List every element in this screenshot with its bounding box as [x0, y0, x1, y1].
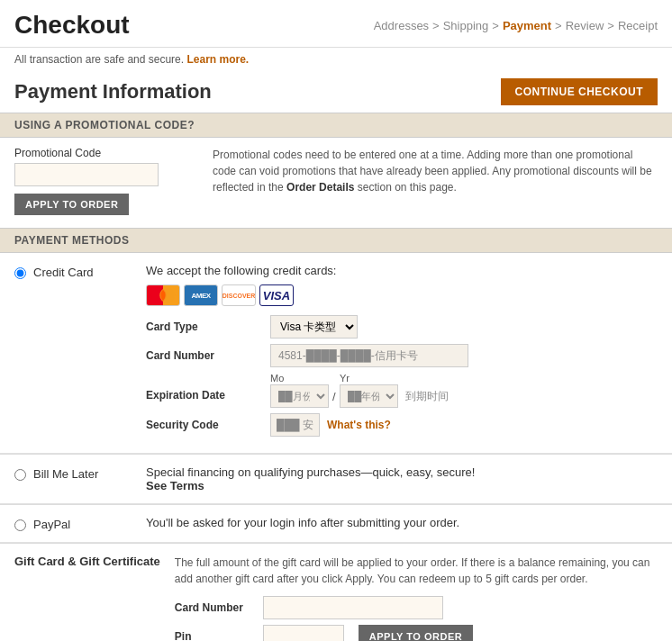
accept-text: We accept the following credit cards: [146, 264, 658, 277]
continue-checkout-top-button[interactable]: CONTINUE CHECKOUT [501, 78, 658, 105]
site-title: Checkout [14, 11, 130, 40]
card-number-input[interactable] [270, 344, 468, 367]
breadcrumb-payment: Payment [503, 19, 551, 32]
whats-this-link[interactable]: What's this? [327, 419, 391, 431]
breadcrumb: Addresses > Shipping > Payment > Review … [374, 19, 658, 32]
promo-code-input[interactable] [14, 163, 159, 186]
card-number-row: Card Number [146, 344, 658, 367]
page-title: Payment Information [14, 80, 212, 104]
promo-description: Promotional codes need to be entered one… [213, 147, 658, 215]
bml-content: Special financing on qualifying purchase… [146, 465, 658, 492]
paypal-radio[interactable] [14, 519, 26, 531]
credit-card-label: Credit Card [33, 266, 93, 279]
expiry-suffix: 到期时间 [405, 389, 449, 404]
giftcard-number-row: Card Number [175, 596, 658, 619]
giftcard-pin-row: Pin APPLY TO ORDER [175, 625, 658, 641]
security-code-label: Security Code [146, 419, 263, 431]
security-bar: All transaction are safe and secure. Lea… [0, 48, 672, 71]
bml-text: Special financing on qualifying purchase… [146, 465, 658, 479]
sep4: > [607, 19, 614, 32]
page-header-row: Payment Information CONTINUE CHECKOUT [0, 71, 672, 113]
expiry-month-select[interactable]: ██月份 [270, 384, 329, 408]
bml-radio[interactable] [14, 469, 26, 481]
bml-radio-group: Bill Me Later [14, 465, 132, 481]
bml-see-terms-link[interactable]: See Terms [146, 479, 204, 492]
card-number-label: Card Number [146, 349, 263, 362]
sep2: > [492, 19, 499, 32]
giftcard-label: Gift Card & Gift Certificate [14, 555, 160, 568]
paypal-text: You'll be asked for your login info afte… [146, 516, 658, 529]
breadcrumb-shipping: Shipping [443, 19, 489, 32]
bml-label: Bill Me Later [33, 467, 98, 481]
mastercard-icon [146, 284, 180, 306]
giftcard-pin-label: Pin [175, 630, 256, 641]
expiry-wrapper: Mo Yr ██月份 / ██年份 到期时间 [270, 373, 449, 408]
discover-icon: DISCOVER [222, 284, 256, 306]
giftcard-apply-button[interactable]: APPLY TO ORDER [359, 625, 473, 641]
card-type-select[interactable]: Visa 卡类型 [270, 315, 358, 339]
security-code-input[interactable] [270, 413, 320, 437]
gift-card-section: Gift Card & Gift Certificate The full am… [0, 543, 672, 641]
card-type-label: Card Type [146, 320, 263, 333]
breadcrumb-receipt: Receipt [618, 19, 658, 32]
paypal-radio-group: PayPal [14, 516, 132, 531]
promo-section-header: USING A PROMOTIONAL CODE? [0, 113, 672, 138]
giftcard-row: Gift Card & Gift Certificate The full am… [14, 555, 658, 641]
sep1: > [432, 19, 440, 32]
promo-desc-suffix: section on this page. [358, 181, 457, 194]
card-icons: AMEX DISCOVER VISA [146, 284, 658, 306]
visa-icon: VISA [259, 284, 294, 306]
mo-header: Mo [270, 373, 329, 384]
promo-left: Promotional Code APPLY TO ORDER [14, 147, 195, 215]
promo-field-label: Promotional Code [14, 147, 195, 159]
credit-card-radio[interactable] [14, 267, 26, 279]
amex-icon: AMEX [184, 284, 218, 306]
expiry-slash: / [332, 390, 336, 403]
promo-section: Promotional Code APPLY TO ORDER Promotio… [0, 138, 672, 228]
giftcard-description: The full amount of the gift card will be… [175, 555, 658, 587]
expiration-row: Expiration Date Mo Yr ██月份 / ██年份 到期时间 [146, 373, 658, 408]
sep3: > [555, 19, 562, 32]
security-code-row: Security Code What's this? [146, 413, 658, 437]
payment-methods-header: PAYMENT METHODS [0, 228, 672, 253]
paypal-row: PayPal You'll be asked for your login in… [0, 504, 672, 543]
paypal-label: PayPal [33, 518, 70, 531]
credit-card-row: Credit Card We accept the following cred… [0, 253, 672, 454]
expiry-col-headers: Mo Yr [270, 373, 449, 384]
order-details-link[interactable]: Order Details [286, 181, 354, 194]
security-text: All transaction are safe and secure. [14, 53, 184, 66]
learn-more-link[interactable]: Learn more. [186, 53, 249, 66]
slash [332, 373, 336, 384]
yr-header: Yr [340, 373, 398, 384]
giftcard-pin-input[interactable] [263, 625, 344, 641]
page-header: Checkout Addresses > Shipping > Payment … [0, 0, 672, 48]
bill-me-later-row: Bill Me Later Special financing on quali… [0, 454, 672, 504]
breadcrumb-review: Review [566, 19, 604, 32]
breadcrumb-addresses: Addresses [374, 19, 429, 32]
giftcard-number-input[interactable] [263, 596, 443, 619]
credit-card-radio-group: Credit Card [14, 264, 132, 279]
giftcard-left: Gift Card & Gift Certificate [14, 555, 160, 641]
payment-heading: PAYMENT METHODS [14, 234, 130, 247]
paypal-content: You'll be asked for your login info afte… [146, 516, 658, 529]
card-type-row: Card Type Visa 卡类型 [146, 315, 658, 339]
giftcard-right: The full amount of the gift card will be… [175, 555, 658, 641]
giftcard-number-label: Card Number [175, 601, 256, 614]
promo-heading: USING A PROMOTIONAL CODE? [14, 119, 195, 131]
expiry-inputs: ██月份 / ██年份 到期时间 [270, 384, 449, 408]
expiry-year-select[interactable]: ██年份 [340, 384, 398, 408]
promo-apply-button[interactable]: APPLY TO ORDER [14, 194, 129, 215]
expiration-label: Expiration Date [146, 373, 263, 402]
credit-card-content: We accept the following credit cards: AM… [146, 264, 658, 442]
